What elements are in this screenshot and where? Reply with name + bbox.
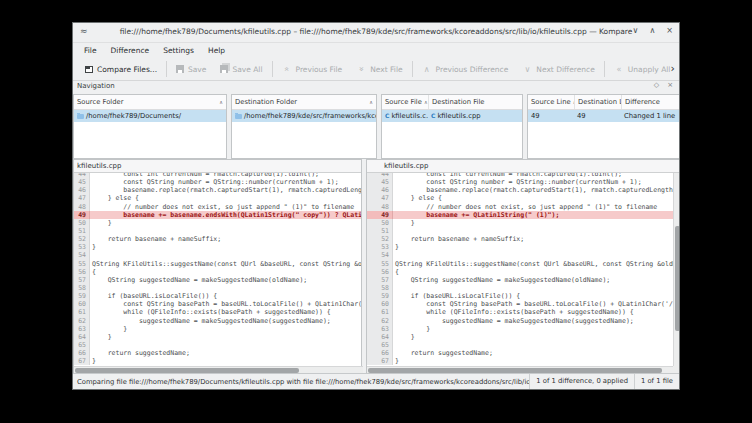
code-line: 64 } xyxy=(74,333,361,341)
next-difference-icon: ∨ xyxy=(522,64,532,74)
previous-file-button[interactable]: «Previous File xyxy=(275,58,350,80)
source-folder-row[interactable]: /home/fhek789/Documents/ xyxy=(74,110,226,122)
dock-float-icon[interactable]: ◇ xyxy=(654,81,659,89)
difference-row[interactable]: 49 49 Changed 1 line xyxy=(528,110,680,122)
line-text: return basename + nameSuffix; xyxy=(90,235,361,243)
line-text: } xyxy=(90,243,361,251)
line-number: 63 xyxy=(367,325,393,333)
destination-diff-pane: kfileutils.cpp 44 const int currentNum =… xyxy=(366,159,680,374)
next-file-icon: « xyxy=(356,64,366,74)
code-line: 45 const QString number = QString::numbe… xyxy=(367,178,673,186)
status-message: Comparing file file:///home/fhek789/Docu… xyxy=(73,378,529,386)
line-number: 65 xyxy=(74,341,90,349)
source-code-view[interactable]: 44 const int currentNum = rmatch.capture… xyxy=(74,173,361,366)
line-number: 56 xyxy=(74,268,90,276)
changed-diff-line[interactable]: 49 basename += QLatin1String(" (1)"); xyxy=(367,211,673,219)
destination-horizontal-scrollbar[interactable] xyxy=(367,366,675,373)
menu-difference[interactable]: Difference xyxy=(104,43,157,58)
code-line: 56{ xyxy=(74,268,361,276)
lines-panel: Source Line∧ Destination Lir Difference … xyxy=(527,94,680,159)
code-line: 57 QString suggestedName = makeSuggested… xyxy=(74,276,361,284)
navigation-dock-title: Navigation xyxy=(77,82,115,90)
code-line: 58 xyxy=(367,284,673,292)
code-line: 60 const QString basePath = baseURL.toLo… xyxy=(74,300,361,308)
destination-line-column-header[interactable]: Destination Lir xyxy=(574,95,621,109)
scrollbar-thumb[interactable] xyxy=(675,226,680,331)
line-number: 62 xyxy=(74,317,90,325)
line-number: 54 xyxy=(74,251,90,259)
sort-asc-icon: ∧ xyxy=(219,96,223,109)
destination-folder-panel: Destination Folder∧ /home/fhek789/kde/sr… xyxy=(231,94,377,159)
code-line: 53} xyxy=(367,243,673,251)
line-text: basename += basename.endsWith(QLatin1Str… xyxy=(90,211,361,219)
line-text: } xyxy=(90,333,361,341)
source-diff-pane: kfileutils.cpp 44 const int currentNum =… xyxy=(73,159,362,374)
code-line: 63 } xyxy=(367,325,673,333)
line-number: 54 xyxy=(367,251,393,259)
line-text: } else { xyxy=(90,194,361,202)
destination-folder-column-header[interactable]: Destination Folder∧ xyxy=(232,95,376,109)
line-text: return suggestedName; xyxy=(393,349,673,357)
unapply-all-button[interactable]: «Unapply All xyxy=(607,58,678,80)
next-difference-button[interactable]: ∨Next Difference xyxy=(515,58,602,80)
menu-file[interactable]: File xyxy=(77,43,104,58)
line-text: QString suggestedName = makeSuggestedNam… xyxy=(90,276,361,284)
save-all-button[interactable]: Save All xyxy=(213,58,269,80)
menu-help[interactable]: Help xyxy=(201,43,232,58)
difference-column-header[interactable]: Difference xyxy=(621,95,680,109)
next-file-button[interactable]: «Next File xyxy=(349,58,409,80)
toolbar-button-label: Next Difference xyxy=(536,65,595,74)
code-line: 52 return basename + nameSuffix; xyxy=(367,235,673,243)
code-line: 66 return suggestedName; xyxy=(74,349,361,357)
save-icon xyxy=(176,65,184,73)
previous-file-icon: « xyxy=(282,64,292,74)
line-number: 59 xyxy=(74,292,90,300)
source-horizontal-scrollbar[interactable] xyxy=(74,366,363,373)
toolbar-overflow-icon[interactable]: › xyxy=(671,62,675,75)
code-line: 62 suggestedName = makeSuggestedName(sug… xyxy=(74,317,361,325)
line-text: while (QFileInfo::exists(basePath + sugg… xyxy=(393,308,673,316)
line-number: 66 xyxy=(367,349,393,357)
line-number: 51 xyxy=(367,227,393,235)
line-number: 55 xyxy=(367,260,393,268)
line-number: 49 xyxy=(367,211,393,219)
titlebar[interactable]: ≈ file:///home/fhek789/Documents/kfileut… xyxy=(73,23,679,43)
dock-close-icon[interactable]: × xyxy=(667,81,673,89)
maximize-icon[interactable]: ∧ xyxy=(649,26,655,35)
destination-folder-row[interactable]: /home/fhek789/kde/src/frameworks/kcoread… xyxy=(232,110,376,122)
code-line: 64 } xyxy=(367,333,673,341)
code-line: 47 } else { xyxy=(367,194,673,202)
destination-code-view[interactable]: 44 const int currentNum = rmatch.capture… xyxy=(367,173,673,366)
line-number: 45 xyxy=(74,178,90,186)
line-text: suggestedName = makeSuggestedName(sugges… xyxy=(393,317,673,325)
menu-settings[interactable]: Settings xyxy=(156,43,201,58)
status-files: 1 of 1 file xyxy=(634,374,679,389)
line-number: 55 xyxy=(74,260,90,268)
line-text xyxy=(90,251,361,259)
line-text xyxy=(90,284,361,292)
previous-difference-button[interactable]: ∧Previous Difference xyxy=(415,58,516,80)
code-line: 59 if (baseURL.isLocalFile()) { xyxy=(74,292,361,300)
source-line-column-header[interactable]: Source Line∧ xyxy=(528,95,574,109)
line-text: // number does not exist, so just append… xyxy=(393,203,673,211)
save-button[interactable]: Save xyxy=(169,58,213,80)
close-icon[interactable]: × xyxy=(666,26,673,35)
line-text: } xyxy=(393,219,673,227)
files-row[interactable]: C kfileutils.c... C kfileutils.cpp xyxy=(382,110,522,122)
code-line: 67} xyxy=(74,357,361,365)
changed-diff-line[interactable]: 49 basename += basename.endsWith(QLatin1… xyxy=(74,211,361,219)
destination-file-column-header[interactable]: Destination File xyxy=(428,95,522,109)
line-number: 52 xyxy=(367,235,393,243)
source-folder-column-header[interactable]: Source Folder∧ xyxy=(74,95,226,109)
compare-files-button[interactable]: Compare Files... xyxy=(78,58,164,80)
vertical-scrollbar[interactable] xyxy=(673,173,680,366)
desktop-background: ≈ file:///home/fhek789/Documents/kfileut… xyxy=(0,0,752,423)
toolbar-button-label: Save xyxy=(188,65,206,74)
source-file-column-header[interactable]: Source File∧ xyxy=(382,95,428,109)
code-line: 46 basename.replace(rmatch.capturedStart… xyxy=(367,186,673,194)
unapply-difference-button[interactable]: ‹Unapply Difference xyxy=(677,58,680,80)
code-line: 65 xyxy=(74,341,361,349)
line-number: 50 xyxy=(74,219,90,227)
minimize-icon[interactable]: ∨ xyxy=(633,26,639,35)
code-line: 54 xyxy=(367,251,673,259)
